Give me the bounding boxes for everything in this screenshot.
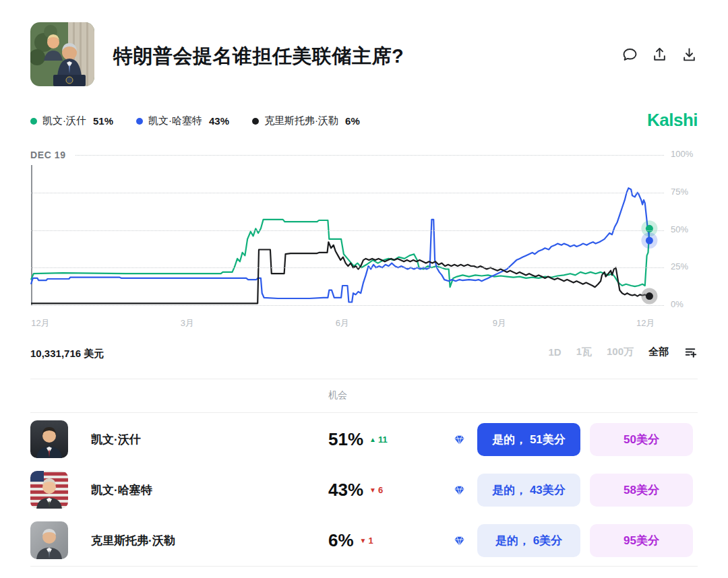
outcomes-table: 凯文·沃什51%▲11是的， 51美分50美分凯文·哈塞特43%▼6是的， 43…: [30, 414, 698, 566]
download-icon: [680, 46, 698, 64]
diamond-icon: [453, 534, 466, 547]
page-title: 特朗普会提名谁担任美联储主席?: [113, 43, 404, 70]
market-row: 凯文·沃什51%▲11是的， 51美分50美分: [30, 414, 698, 465]
x-axis-label: 12月: [636, 317, 655, 329]
chance-column-header: 机会: [328, 389, 347, 402]
no-button[interactable]: 50美分: [590, 423, 693, 456]
arrow-down-icon: ▼: [360, 537, 367, 544]
range-buttons: 1D1瓦100万全部: [548, 345, 698, 359]
probability-change: ▼6: [369, 485, 383, 495]
legend-value: 43%: [209, 115, 229, 127]
legend-value: 51%: [93, 115, 113, 127]
y-axis-label: 25%: [671, 261, 688, 271]
legend-name: 凯文·沃什: [42, 115, 86, 127]
probability-change: ▼1: [360, 536, 373, 546]
range-button-全部[interactable]: 全部: [648, 346, 669, 358]
range-button-1瓦[interactable]: 1瓦: [576, 346, 592, 358]
legend-name: 凯文·哈塞特: [148, 115, 202, 127]
header-actions: [621, 46, 698, 64]
comment-button[interactable]: [621, 46, 639, 64]
share-button[interactable]: [650, 46, 669, 64]
end-marker-dot: [646, 225, 653, 232]
x-axis-label: 6月: [336, 317, 349, 329]
change-amount: 1: [368, 536, 373, 546]
end-marker-dot: [646, 237, 653, 245]
y-axis-label: 100%: [671, 149, 693, 159]
list-plus-icon: [684, 345, 698, 359]
probability-value: 51%: [328, 429, 363, 450]
diamond-icon: [453, 433, 466, 446]
comment-icon: [621, 46, 639, 64]
candidate-name: 凯文·哈塞特: [91, 465, 152, 515]
end-marker-dot: [646, 292, 653, 300]
candidate-avatar: [30, 420, 68, 458]
gridline: [31, 230, 664, 231]
volume-label: 10,331,716 美元: [30, 348, 104, 360]
legend-value: 6%: [345, 115, 360, 127]
range-button-1D[interactable]: 1D: [548, 346, 561, 358]
divider: [30, 412, 698, 413]
candidate-name: 克里斯托弗·沃勒: [91, 515, 175, 566]
legend-dot: [30, 118, 37, 125]
probability-change: ▲11: [369, 435, 388, 445]
no-button[interactable]: 95美分: [590, 524, 693, 557]
price-chart[interactable]: [31, 155, 664, 305]
market-row: 凯文·哈塞特43%▼6是的， 43美分58美分: [30, 465, 698, 515]
change-amount: 11: [378, 435, 388, 445]
yes-button[interactable]: 是的， 51美分: [477, 423, 580, 456]
yes-button[interactable]: 是的， 43美分: [477, 474, 580, 507]
legend-item[interactable]: 克里斯托弗·沃勒6%: [252, 115, 360, 127]
probability-cell: 51%▲11: [328, 414, 388, 465]
divider: [30, 566, 698, 567]
legend-dot: [136, 118, 143, 125]
kalshi-logo[interactable]: Kalshi: [647, 110, 698, 131]
gridline: [31, 267, 664, 268]
legend-dot: [252, 118, 259, 125]
candidate-avatar: [30, 521, 68, 559]
x-axis-label: 3月: [181, 317, 194, 329]
market-thumbnail: [30, 22, 94, 86]
arrow-down-icon: ▼: [369, 486, 376, 494]
candidate-avatar: [30, 471, 68, 509]
chart-settings-button[interactable]: [684, 345, 698, 359]
probability-cell: 43%▼6: [328, 465, 383, 515]
arrow-up-icon: ▲: [369, 436, 376, 443]
probability-cell: 6%▼1: [328, 515, 373, 566]
probability-value: 43%: [328, 480, 363, 501]
change-amount: 6: [378, 485, 383, 495]
gridline: [31, 305, 664, 306]
legend-item[interactable]: 凯文·沃什51%: [30, 115, 113, 127]
market-page: 特朗普会提名谁担任美联储主席? 凯文·沃什51%凯文·哈塞特43%克里斯托弗·沃…: [0, 0, 728, 578]
range-button-100万[interactable]: 100万: [607, 346, 634, 358]
legend: 凯文·沃什51%凯文·哈塞特43%克里斯托弗·沃勒6%: [30, 115, 360, 127]
download-button[interactable]: [680, 46, 698, 64]
yes-button[interactable]: 是的， 6美分: [477, 524, 580, 557]
legend-item[interactable]: 凯文·哈塞特43%: [136, 115, 229, 127]
legend-name: 克里斯托弗·沃勒: [264, 115, 338, 127]
chart-series-line: [31, 188, 649, 302]
y-axis-label: 75%: [671, 187, 688, 197]
market-row: 克里斯托弗·沃勒6%▼1是的， 6美分95美分: [30, 515, 698, 566]
y-axis-label: 50%: [671, 224, 688, 234]
y-axis-label: 0%: [671, 299, 684, 309]
candidate-name: 凯文·沃什: [91, 414, 141, 465]
x-axis-label: 12月: [31, 317, 49, 329]
diamond-icon: [453, 484, 466, 496]
divider: [30, 379, 698, 379]
gridline: [31, 193, 664, 193]
chart-series-line: [31, 242, 649, 303]
gridline: [75, 155, 664, 156]
share-icon: [650, 46, 669, 64]
no-button[interactable]: 58美分: [590, 474, 693, 507]
probability-value: 6%: [328, 530, 354, 551]
x-axis-label: 9月: [493, 317, 506, 329]
